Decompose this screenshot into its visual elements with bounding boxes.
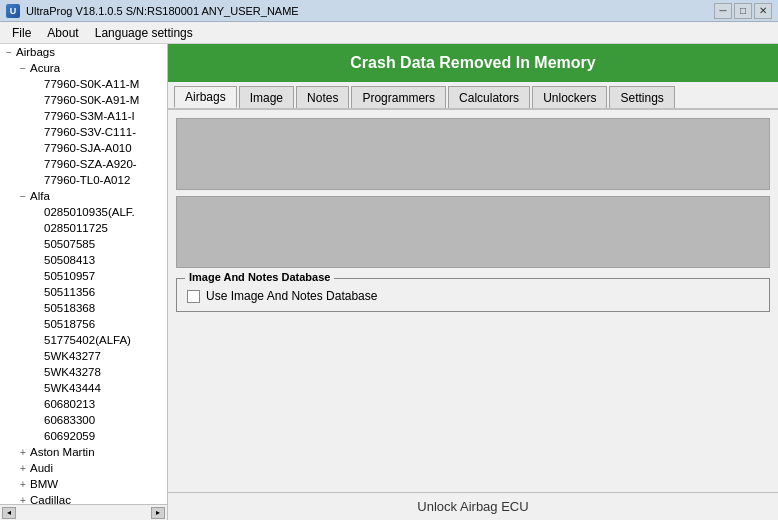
db-group-legend: Image And Notes Database: [185, 271, 334, 283]
tree-label-cadillac: Cadillac: [30, 494, 71, 504]
tab-calculators[interactable]: Calculators: [448, 86, 530, 108]
title-bar-left: U UltraProg V18.1.0.5 S/N:RS180001 ANY_U…: [6, 4, 299, 18]
tree-item-audi[interactable]: +Audi: [0, 460, 167, 476]
scroll-right-btn[interactable]: ▸: [151, 507, 165, 519]
tree-expand-icon-audi: +: [16, 461, 30, 475]
tree-item-acura[interactable]: −Acura: [0, 60, 167, 76]
right-panel: Crash Data Removed In Memory Airbags Ima…: [168, 44, 778, 520]
window-title: UltraProg V18.1.0.5 S/N:RS180001 ANY_USE…: [26, 5, 299, 17]
use-db-checkbox[interactable]: [187, 290, 200, 303]
tree-item-acura-5[interactable]: 77960-SJA-A010: [0, 140, 167, 156]
tree-item-airbags-root[interactable]: −Airbags: [0, 44, 167, 60]
tree-item-alfa-6[interactable]: 50511356: [0, 284, 167, 300]
bottom-bar: Unlock Airbag ECU: [168, 492, 778, 520]
tree-label-alfa-5: 50510957: [44, 270, 95, 282]
tab-bar: Airbags Image Notes Programmers Calculat…: [168, 82, 778, 110]
tree-expand-icon-acura: −: [16, 61, 30, 75]
window-controls: ─ □ ✕: [714, 3, 772, 19]
tree-item-alfa-10[interactable]: 5WK43277: [0, 348, 167, 364]
tree-item-alfa[interactable]: −Alfa: [0, 188, 167, 204]
tree-label-alfa-8: 50518756: [44, 318, 95, 330]
tree-item-acura-2[interactable]: 77960-S0K-A91-M: [0, 92, 167, 108]
tree-item-alfa-5[interactable]: 50510957: [0, 268, 167, 284]
tab-image[interactable]: Image: [239, 86, 294, 108]
tree-label-acura-2: 77960-S0K-A91-M: [44, 94, 139, 106]
tree-item-alfa-4[interactable]: 50508413: [0, 252, 167, 268]
close-button[interactable]: ✕: [754, 3, 772, 19]
tree-label-acura-1: 77960-S0K-A11-M: [44, 78, 139, 90]
tree-container[interactable]: −Airbags−Acura77960-S0K-A11-M77960-S0K-A…: [0, 44, 167, 504]
tree-item-alfa-15[interactable]: 60692059: [0, 428, 167, 444]
tab-settings[interactable]: Settings: [609, 86, 674, 108]
tree-item-acura-1[interactable]: 77960-S0K-A11-M: [0, 76, 167, 92]
tab-programmers[interactable]: Programmers: [351, 86, 446, 108]
tree-item-bmw[interactable]: +BMW: [0, 476, 167, 492]
tree-item-acura-4[interactable]: 77960-S3V-C111-: [0, 124, 167, 140]
tree-item-acura-7[interactable]: 77960-TL0-A012: [0, 172, 167, 188]
tree-item-aston[interactable]: +Aston Martin: [0, 444, 167, 460]
bottom-bar-text: Unlock Airbag ECU: [417, 499, 528, 514]
tree-label-alfa-11: 5WK43278: [44, 366, 101, 378]
tree-expand-icon-bmw: +: [16, 477, 30, 491]
tree-label-alfa-2: 0285011725: [44, 222, 108, 234]
minimize-button[interactable]: ─: [714, 3, 732, 19]
tree-label-alfa-10: 5WK43277: [44, 350, 101, 362]
bottom-gray-box: [176, 196, 770, 268]
scroll-left-btn[interactable]: ◂: [2, 507, 16, 519]
tree-item-acura-6[interactable]: 77960-SZA-A920-: [0, 156, 167, 172]
tree-label-alfa-7: 50518368: [44, 302, 95, 314]
tree-label-aston: Aston Martin: [30, 446, 95, 458]
tree-label-alfa: Alfa: [30, 190, 50, 202]
title-bar: U UltraProg V18.1.0.5 S/N:RS180001 ANY_U…: [0, 0, 778, 22]
tree-label-alfa-15: 60692059: [44, 430, 95, 442]
tree-label-audi: Audi: [30, 462, 53, 474]
tree-label-acura-3: 77960-S3M-A11-I: [44, 110, 135, 122]
maximize-button[interactable]: □: [734, 3, 752, 19]
crash-header: Crash Data Removed In Memory: [168, 44, 778, 82]
tree-item-alfa-8[interactable]: 50518756: [0, 316, 167, 332]
tree-expand-icon-alfa: −: [16, 189, 30, 203]
tree-item-cadillac[interactable]: +Cadillac: [0, 492, 167, 504]
tree-label-alfa-3: 50507585: [44, 238, 95, 250]
tab-airbags[interactable]: Airbags: [174, 86, 237, 108]
tree-item-alfa-12[interactable]: 5WK43444: [0, 380, 167, 396]
tree-label-alfa-14: 60683300: [44, 414, 95, 426]
app-icon: U: [6, 4, 20, 18]
tree-item-alfa-9[interactable]: 51775402(ALFA): [0, 332, 167, 348]
tree-item-alfa-14[interactable]: 60683300: [0, 412, 167, 428]
tree-label-bmw: BMW: [30, 478, 58, 490]
tree-item-alfa-3[interactable]: 50507585: [0, 236, 167, 252]
tab-unlockers[interactable]: Unlockers: [532, 86, 607, 108]
main-container: −Airbags−Acura77960-S0K-A11-M77960-S0K-A…: [0, 44, 778, 520]
left-panel: −Airbags−Acura77960-S0K-A11-M77960-S0K-A…: [0, 44, 168, 520]
menu-file[interactable]: File: [4, 24, 39, 42]
tree-item-alfa-2[interactable]: 0285011725: [0, 220, 167, 236]
tree-expand-icon-aston: +: [16, 445, 30, 459]
tree-label-alfa-12: 5WK43444: [44, 382, 101, 394]
tree-item-alfa-13[interactable]: 60680213: [0, 396, 167, 412]
menu-about[interactable]: About: [39, 24, 86, 42]
horizontal-scrollbar[interactable]: ◂ ▸: [0, 504, 167, 520]
menu-language[interactable]: Language settings: [87, 24, 201, 42]
menu-bar: File About Language settings: [0, 22, 778, 44]
tree-label-alfa-13: 60680213: [44, 398, 95, 410]
tree-expand-icon-cadillac: +: [16, 493, 30, 504]
top-gray-box: [176, 118, 770, 190]
tree-label-alfa-9: 51775402(ALFA): [44, 334, 131, 346]
db-group: Image And Notes Database Use Image And N…: [176, 278, 770, 312]
content-area: Image And Notes Database Use Image And N…: [168, 110, 778, 492]
tree-label-alfa-4: 50508413: [44, 254, 95, 266]
tree-label-acura-7: 77960-TL0-A012: [44, 174, 130, 186]
tree-label-acura-5: 77960-SJA-A010: [44, 142, 132, 154]
tree-label-acura-6: 77960-SZA-A920-: [44, 158, 137, 170]
checkbox-row: Use Image And Notes Database: [187, 289, 759, 303]
tree-item-acura-3[interactable]: 77960-S3M-A11-I: [0, 108, 167, 124]
tab-notes[interactable]: Notes: [296, 86, 349, 108]
tree-item-alfa-7[interactable]: 50518368: [0, 300, 167, 316]
tree-expand-icon-airbags-root: −: [2, 45, 16, 59]
tree-label-alfa-1: 0285010935(ALF.: [44, 206, 135, 218]
tree-item-alfa-11[interactable]: 5WK43278: [0, 364, 167, 380]
tree-item-alfa-1[interactable]: 0285010935(ALF.: [0, 204, 167, 220]
tree-label-airbags-root: Airbags: [16, 46, 55, 58]
use-db-label: Use Image And Notes Database: [206, 289, 377, 303]
